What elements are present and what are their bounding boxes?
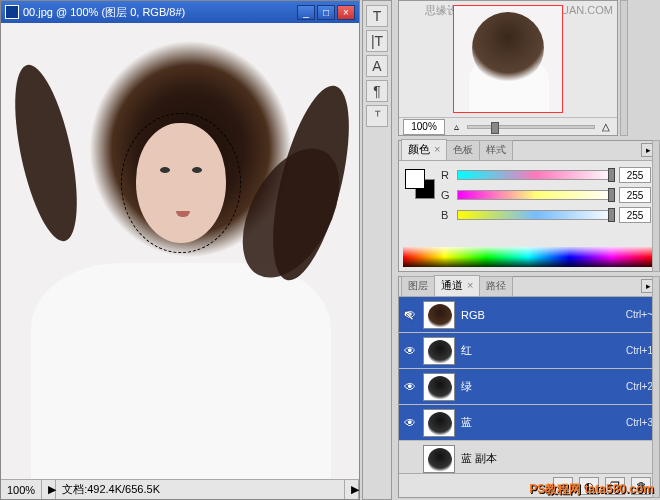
navigator-preview[interactable]: 思缘设计论坛 WWW.MISSYUAN.COM	[399, 1, 617, 117]
tab-color[interactable]: 颜色×	[401, 139, 447, 160]
rgb-sliders: R G B	[441, 165, 651, 225]
zoom-in-icon[interactable]: △	[599, 121, 613, 132]
load-selection-icon[interactable]: ○	[553, 477, 573, 495]
channel-row[interactable]: 蓝 副本	[399, 441, 657, 473]
panel-grip[interactable]	[652, 140, 660, 272]
color-ramp[interactable]	[403, 247, 653, 267]
doc-title: 00.jpg @ 100% (图层 0, RGB/8#)	[23, 5, 293, 20]
label-b: B	[441, 209, 453, 221]
panel-grip[interactable]	[620, 0, 628, 136]
channel-thumbnail[interactable]	[423, 337, 455, 365]
visibility-eye-icon[interactable]: 👁	[403, 308, 417, 322]
channel-name: 绿	[461, 379, 620, 394]
input-b[interactable]	[619, 207, 651, 223]
slider-row-r: R	[441, 165, 651, 185]
fg-bg-swatch[interactable]	[405, 169, 435, 199]
ps-doc-icon	[5, 5, 19, 19]
visibility-eye-icon[interactable]: 👁	[403, 380, 417, 394]
navigator-panel: 思缘设计论坛 WWW.MISSYUAN.COM ▵ △	[398, 0, 618, 136]
channel-row[interactable]: 👁红Ctrl+1	[399, 333, 657, 369]
input-r[interactable]	[619, 167, 651, 183]
input-g[interactable]	[619, 187, 651, 203]
label-r: R	[441, 169, 453, 181]
panel-grip[interactable]	[652, 276, 660, 498]
slider-g[interactable]	[457, 190, 615, 200]
channel-name: RGB	[461, 309, 620, 321]
type-tool-strip: T |T A ¶ ᵀ	[362, 0, 392, 500]
zoom-slider-thumb[interactable]	[491, 122, 499, 134]
channel-name: 蓝 副本	[461, 451, 647, 466]
zoom-slider[interactable]	[467, 125, 595, 129]
channel-shortcut: Ctrl+2	[626, 381, 653, 392]
tab-swatches[interactable]: 色板	[446, 140, 480, 160]
image-content	[1, 23, 359, 479]
channel-list: 👁RGB↖Ctrl+~👁红Ctrl+1👁绿Ctrl+2👁蓝Ctrl+3蓝 副本	[399, 297, 657, 473]
new-channel-icon[interactable]: ❐	[605, 477, 625, 495]
channel-row[interactable]: 👁绿Ctrl+2	[399, 369, 657, 405]
slider-r[interactable]	[457, 170, 615, 180]
tab-layers[interactable]: 图层	[401, 276, 435, 296]
color-panel-tabs: 颜色× 色板 样式	[399, 141, 657, 161]
channel-shortcut: Ctrl+3	[626, 417, 653, 428]
document-window: 00.jpg @ 100% (图层 0, RGB/8#) _ □ × 100% …	[0, 0, 360, 500]
channels-panel: 图层 通道× 路径 ▸ 👁RGB↖Ctrl+~👁红Ctrl+1👁绿Ctrl+2👁…	[398, 276, 658, 498]
channels-panel-tabs: 图层 通道× 路径	[399, 277, 657, 297]
face-shape	[136, 123, 226, 243]
foreground-swatch[interactable]	[405, 169, 425, 189]
channel-footer: ○ ◐ ❐ 🗑	[399, 473, 657, 497]
tab-paths[interactable]: 路径	[479, 276, 513, 296]
channel-thumbnail[interactable]	[423, 373, 455, 401]
zoom-readout[interactable]: 100%	[1, 480, 42, 499]
doc-info[interactable]: 文档:492.4K/656.5K	[56, 480, 345, 499]
doc-titlebar[interactable]: 00.jpg @ 100% (图层 0, RGB/8#) _ □ ×	[1, 1, 359, 23]
type-vertical-icon[interactable]: |T	[366, 30, 388, 52]
tab-channels[interactable]: 通道×	[434, 275, 480, 296]
visibility-eye-icon[interactable]: 👁	[403, 416, 417, 430]
delete-channel-icon[interactable]: 🗑	[631, 477, 651, 495]
document-canvas[interactable]	[1, 23, 359, 479]
channel-thumbnail[interactable]	[423, 445, 455, 473]
document-statusbar: 100% ▶ 文档:492.4K/656.5K ▶	[1, 479, 359, 499]
channel-shortcut: Ctrl+1	[626, 345, 653, 356]
channel-row[interactable]: 👁蓝Ctrl+3	[399, 405, 657, 441]
type-horizontal-icon[interactable]: T	[366, 5, 388, 27]
slider-b-knob[interactable]	[608, 208, 615, 222]
channel-row[interactable]: 👁RGB↖Ctrl+~	[399, 297, 657, 333]
color-panel: 颜色× 色板 样式 ▸ R G B	[398, 140, 658, 272]
tab-styles[interactable]: 样式	[479, 140, 513, 160]
info-menu-arrow[interactable]: ▶	[345, 480, 359, 499]
maximize-button[interactable]: □	[317, 5, 335, 20]
slider-row-g: G	[441, 185, 651, 205]
zoom-out-icon[interactable]: ▵	[449, 121, 463, 132]
paragraph-panel-icon[interactable]: ¶	[366, 80, 388, 102]
minimize-button[interactable]: _	[297, 5, 315, 20]
channel-thumbnail[interactable]	[423, 409, 455, 437]
visibility-eye-icon[interactable]: 👁	[403, 344, 417, 358]
channel-name: 蓝	[461, 415, 620, 430]
zoom-input[interactable]	[403, 119, 445, 135]
zoom-menu-arrow[interactable]: ▶	[42, 480, 56, 499]
slider-b[interactable]	[457, 210, 615, 220]
channel-thumbnail[interactable]	[423, 301, 455, 329]
navigator-zoom-bar: ▵ △	[399, 117, 617, 135]
slider-row-b: B	[441, 205, 651, 225]
save-selection-icon[interactable]: ◐	[579, 477, 599, 495]
label-g: G	[441, 189, 453, 201]
slider-r-knob[interactable]	[608, 168, 615, 182]
window-buttons: _ □ ×	[297, 5, 355, 20]
type-options-icon[interactable]: ᵀ	[366, 105, 388, 127]
close-button[interactable]: ×	[337, 5, 355, 20]
channel-name: 红	[461, 343, 620, 358]
channel-shortcut: Ctrl+~	[626, 309, 653, 320]
visibility-eye-icon[interactable]	[403, 452, 417, 466]
navigator-thumbnail[interactable]	[453, 5, 563, 113]
slider-g-knob[interactable]	[608, 188, 615, 202]
character-panel-icon[interactable]: A	[366, 55, 388, 77]
